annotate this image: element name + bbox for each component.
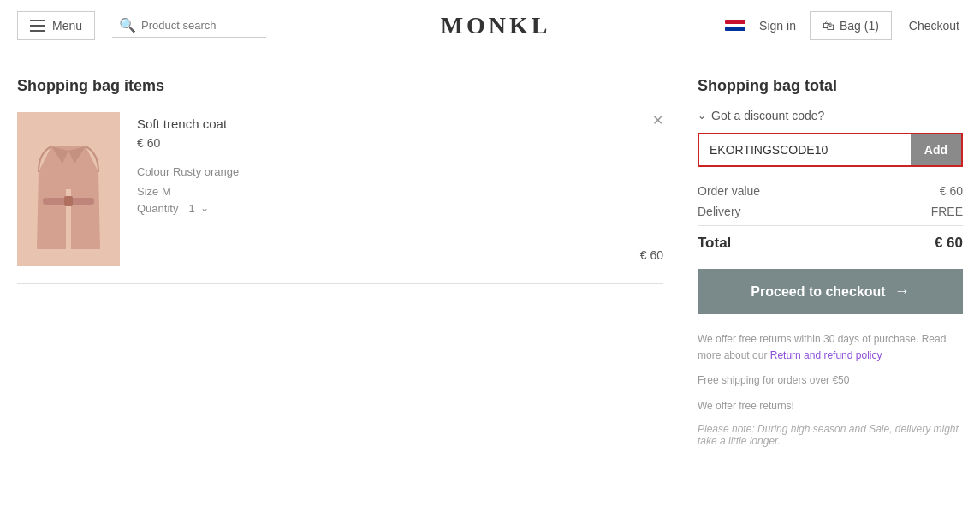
- search-icon: 🔍: [119, 17, 136, 33]
- hamburger-icon: [30, 20, 45, 32]
- remove-item-button[interactable]: ✕: [652, 112, 663, 128]
- shipping-info: Free shipping for orders over €50: [698, 372, 963, 389]
- search-input[interactable]: [141, 19, 259, 32]
- menu-button[interactable]: Menu: [17, 11, 95, 40]
- search-container: 🔍: [112, 14, 266, 38]
- quantity-value: 1: [188, 202, 194, 215]
- discount-code-input[interactable]: [699, 134, 911, 165]
- product-image: [17, 112, 120, 266]
- order-value-label: Order value: [698, 184, 760, 198]
- size-label: Size: [137, 185, 158, 198]
- size-value: M: [162, 185, 171, 198]
- add-discount-button[interactable]: Add: [911, 134, 961, 165]
- bag-label: Bag (1): [840, 19, 879, 33]
- delivery-label: Delivery: [698, 205, 741, 218]
- chevron-down-icon: ⌄: [698, 110, 706, 122]
- item-total: € 60: [640, 248, 663, 262]
- proceed-to-checkout-button[interactable]: Proceed to checkout →: [698, 269, 963, 314]
- order-summary: Order value € 60 Delivery FREE Total € 6…: [698, 184, 963, 252]
- main-content: Shopping bag items: [0, 51, 980, 473]
- coat-illustration: [30, 121, 107, 258]
- header-left: Menu 🔍: [17, 11, 266, 40]
- sign-in-button[interactable]: Sign in: [759, 19, 796, 33]
- discount-toggle-label: Got a discount code?: [711, 109, 824, 122]
- right-panel: Shopping bag total ⌄ Got a discount code…: [698, 77, 963, 447]
- quantity-label: Quantity: [137, 202, 178, 215]
- delivery-value: FREE: [931, 205, 963, 218]
- seasonal-note: Please note: During high season and Sale…: [698, 423, 963, 447]
- product-colour: Colour Rusty orange: [137, 162, 663, 182]
- left-panel: Shopping bag items: [17, 77, 663, 447]
- total-row: Total € 60: [698, 225, 963, 252]
- total-label: Total: [698, 235, 731, 252]
- checkout-button[interactable]: Checkout: [906, 12, 963, 39]
- arrow-right-icon: →: [894, 283, 910, 301]
- quantity-chevron-icon[interactable]: ⌄: [200, 202, 209, 214]
- bag-icon: 🛍: [823, 19, 834, 33]
- bag-total-title: Shopping bag total: [698, 77, 963, 95]
- total-value: € 60: [935, 235, 963, 252]
- product-quantity-row: Quantity 1 ⌄: [137, 202, 663, 215]
- product-size: Size M: [137, 182, 663, 201]
- policy-link[interactable]: Return and refund policy: [770, 349, 882, 361]
- bag-items-title: Shopping bag items: [17, 77, 663, 95]
- delivery-row: Delivery FREE: [698, 205, 963, 218]
- header: Menu 🔍 MONKL Sign in 🛍 Bag (1) Checkout: [0, 0, 980, 51]
- colour-label: Colour: [137, 165, 169, 178]
- product-price: € 60: [137, 136, 663, 150]
- site-logo: MONKL: [266, 12, 725, 39]
- order-value-row: Order value € 60: [698, 184, 963, 198]
- svg-rect-1: [64, 196, 73, 206]
- returns-info: We offer free returns within 30 days of …: [698, 331, 963, 364]
- bag-button[interactable]: 🛍 Bag (1): [810, 11, 892, 40]
- menu-label: Menu: [52, 19, 82, 33]
- free-returns-info: We offer free returns!: [698, 398, 963, 414]
- header-right: Sign in 🛍 Bag (1) Checkout: [725, 11, 963, 40]
- discount-toggle[interactable]: ⌄ Got a discount code?: [698, 109, 963, 122]
- product-name: Soft trench coat: [137, 116, 663, 131]
- discount-input-row: Add: [698, 133, 963, 167]
- flag-icon: [725, 20, 745, 31]
- flag-stripe-blue: [725, 27, 745, 31]
- flag-stripe-red: [725, 20, 745, 24]
- proceed-btn-label: Proceed to checkout: [751, 284, 885, 300]
- product-details: Soft trench coat € 60 Colour Rusty orang…: [137, 112, 663, 266]
- colour-value: Rusty orange: [173, 165, 239, 178]
- order-value: € 60: [940, 184, 963, 198]
- bag-item: Soft trench coat € 60 Colour Rusty orang…: [17, 112, 663, 284]
